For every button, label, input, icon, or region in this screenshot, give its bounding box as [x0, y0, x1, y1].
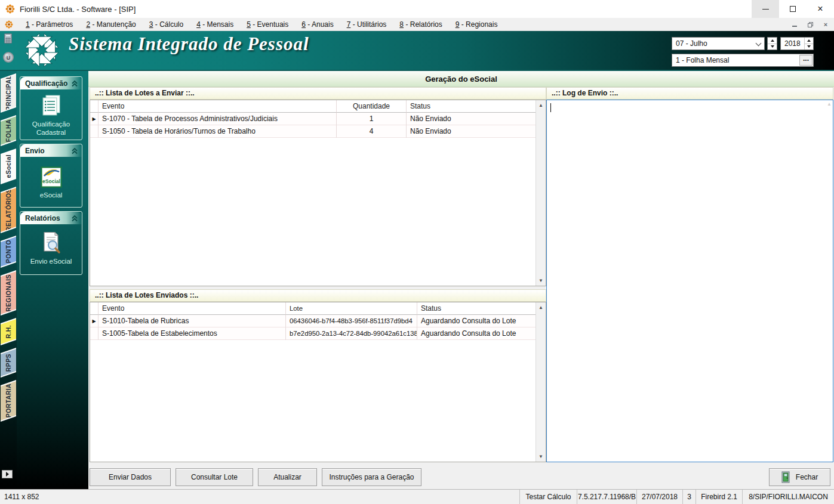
status-bar: 1411 x 852 Testar Cálculo 7.5.217.7.1196…: [0, 489, 834, 504]
menu-bar: 1 - Parâmetros 2 - Manutenção 3 - Cálcul…: [0, 18, 834, 31]
double-chevron-up-icon: [71, 147, 78, 154]
mdi-minimize-icon: [792, 26, 797, 27]
log-envio-textarea[interactable]: ▲: [546, 100, 833, 462]
table-row[interactable]: S-1005-Tabela de Estabelecimentos b7e2d9…: [90, 327, 536, 340]
consultar-lote-button[interactable]: Consultar Lote: [176, 468, 253, 486]
group-envio: Envio eSocial eSocial: [20, 144, 82, 208]
minimize-button[interactable]: [752, 0, 779, 18]
column-header-quantidade[interactable]: Quantidade: [337, 100, 407, 113]
vertical-scrollbar[interactable]: ▲ ▼: [536, 100, 546, 286]
scroll-up-icon[interactable]: ▲: [536, 303, 546, 312]
year-spin-up-button[interactable]: [805, 38, 813, 44]
status-version: 7.5.217.7.11968/B: [577, 490, 637, 504]
scroll-down-icon[interactable]: ▼: [536, 452, 546, 461]
lotes-a-enviar-header: ..:: Lista de Lotes a Enviar ::..: [90, 87, 546, 100]
mdi-close-button[interactable]: ×: [821, 20, 830, 29]
enviar-dados-button[interactable]: Enviar Dados: [90, 468, 171, 486]
status-resolution: 1411 x 852: [0, 490, 520, 504]
close-icon: ×: [817, 4, 823, 14]
user-sphere-icon[interactable]: U: [2, 51, 14, 63]
scroll-down-icon[interactable]: ▼: [536, 276, 546, 285]
document-list-icon: [41, 94, 62, 117]
menu-eventuais[interactable]: 5 - Eventuais: [240, 18, 295, 31]
month-spinner: [767, 37, 777, 50]
menu-items: 1 - Parâmetros 2 - Manutenção 3 - Cálcul…: [19, 18, 504, 31]
collapse-button[interactable]: [70, 146, 79, 156]
year-spin-down-button[interactable]: [805, 44, 813, 50]
menu-relatorios[interactable]: 8 - Relatórios: [393, 18, 448, 31]
period-controls: 07 - Julho 2018 1 - Folha Mensal ...: [667, 31, 834, 70]
sheet-browse-button[interactable]: ...: [799, 55, 813, 66]
menu-manutencao[interactable]: 2 - Manutenção: [79, 18, 142, 31]
menu-regionais[interactable]: 9 - Regionais: [449, 18, 504, 31]
column-header-evento[interactable]: Evento: [99, 302, 286, 315]
text-caret: [550, 103, 551, 112]
close-button[interactable]: ×: [807, 0, 834, 18]
esocial-item[interactable]: eSocial eSocial: [20, 157, 82, 199]
mdi-restore-button[interactable]: [805, 20, 815, 29]
esocial-icon: eSocial: [41, 166, 62, 188]
qualificacao-cadastral-item[interactable]: Qualificação Cadastral: [20, 89, 82, 137]
app-window: Fiorilli S/C Ltda. - Software - [SIP] × …: [0, 0, 834, 504]
app-header: U Sistema Integrado de Pessoal 829 FIOR: [0, 31, 834, 71]
column-header-status[interactable]: Status: [417, 302, 536, 315]
month-select[interactable]: 07 - Julho: [672, 37, 765, 50]
collapse-button[interactable]: [70, 79, 79, 88]
menu-utilitarios[interactable]: 7 - Utilitários: [340, 18, 393, 31]
month-spin-down-button[interactable]: [768, 44, 777, 50]
pinwheel-logo: [18, 31, 66, 69]
calculator-icon[interactable]: [4, 33, 12, 44]
maximize-icon: [790, 6, 796, 12]
sheet-field[interactable]: 1 - Folha Mensal ...: [672, 54, 814, 67]
exit-door-icon: [781, 471, 791, 483]
tab-ponto[interactable]: PONTO: [1, 237, 16, 267]
spin-up-icon: [771, 39, 774, 42]
table-row[interactable]: S-1050 - Tabela de Horários/Turnos de Tr…: [90, 125, 536, 138]
table-row[interactable]: ▶ S-1010-Tabela de Rubricas 06436046-b7f…: [90, 315, 536, 327]
year-field[interactable]: 2018: [780, 37, 814, 50]
column-header-lote[interactable]: Lote: [286, 302, 417, 315]
vertical-scrollbar[interactable]: ▲ ▼: [536, 302, 546, 462]
status-database: Firebird 2.1: [696, 490, 743, 504]
status-count: 3: [683, 490, 696, 504]
mdi-close-icon: ×: [824, 21, 827, 28]
tab-folha[interactable]: FOLHA: [1, 116, 16, 145]
menu-calculo[interactable]: 3 - Cálculo: [143, 18, 190, 31]
strip-expand-button[interactable]: [2, 470, 13, 478]
scroll-up-icon[interactable]: ▲: [536, 101, 546, 110]
app-title: Sistema Integrado de Pessoal: [69, 33, 309, 55]
tab-rpps[interactable]: RPPS: [1, 349, 16, 376]
spin-down-icon: [771, 45, 774, 48]
status-session: 8/SIP/FIORILLI.MAICON: [743, 490, 834, 504]
mdi-minimize-button[interactable]: [790, 20, 799, 29]
menu-anuais[interactable]: 6 - Anuais: [295, 18, 340, 31]
tab-esocial[interactable]: eSocial: [1, 150, 16, 183]
tab-relatorios[interactable]: RELATÓRIOS: [1, 188, 16, 232]
column-header-status[interactable]: Status: [407, 100, 536, 113]
fechar-button[interactable]: Fechar: [769, 468, 830, 486]
arrow-right-icon: [6, 472, 9, 477]
menu-parametros[interactable]: 1 - Parâmetros: [19, 18, 79, 31]
group-qualificacao: Qualificação Qualificação Cadastral: [20, 76, 82, 140]
tab-portaria[interactable]: PORTARIA: [1, 381, 16, 420]
menu-app-icon: [5, 20, 13, 29]
month-spin-up-button[interactable]: [768, 38, 777, 44]
table-row[interactable]: ▶ S-1070 - Tabela de Processos Administr…: [90, 113, 536, 125]
collapse-button[interactable]: [70, 214, 79, 223]
module-tab-strip: PRINCIPAL FOLHA eSocial RELATÓRIOS PONTO…: [0, 71, 17, 489]
mdi-restore-icon: [808, 22, 813, 27]
tab-regionais[interactable]: REGIONAIS: [1, 271, 16, 314]
minimize-icon: [762, 9, 769, 10]
tab-rh[interactable]: R.H.: [1, 319, 16, 344]
status-testar-calculo: Testar Cálculo: [520, 490, 577, 504]
year-spinner: [804, 38, 813, 50]
maximize-button[interactable]: [779, 0, 807, 18]
envio-esocial-item[interactable]: Envio eSocial: [20, 224, 82, 265]
menu-mensais[interactable]: 4 - Mensais: [190, 18, 240, 31]
atualizar-button[interactable]: Atualizar: [258, 468, 317, 486]
instrucoes-button[interactable]: Instruções para a Geração: [322, 468, 421, 486]
spin-down-icon: [807, 45, 811, 48]
column-header-evento[interactable]: Evento: [99, 100, 337, 113]
svg-text:U: U: [7, 55, 11, 61]
tab-principal[interactable]: PRINCIPAL: [1, 75, 16, 112]
